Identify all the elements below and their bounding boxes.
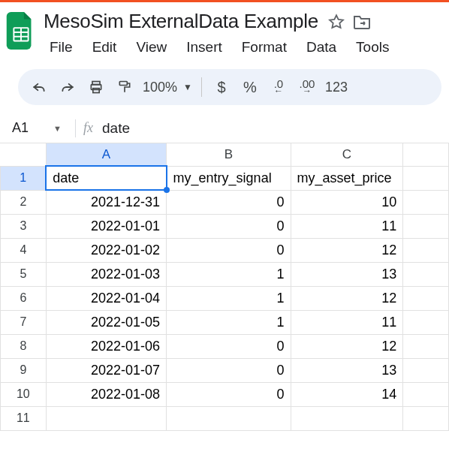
app-logo[interactable]: [0, 7, 42, 52]
header: MesoSim ExternalData Example File Edit V…: [0, 2, 449, 59]
menu-tools[interactable]: Tools: [348, 36, 396, 59]
cell[interactable]: 12: [291, 286, 403, 310]
cell[interactable]: [403, 406, 449, 430]
cell[interactable]: 0: [167, 334, 291, 358]
menu-file[interactable]: File: [42, 36, 80, 59]
cell[interactable]: [403, 262, 449, 286]
percent-button[interactable]: %: [237, 74, 264, 101]
cell[interactable]: [403, 310, 449, 334]
sheets-icon: [6, 12, 36, 50]
menu-format[interactable]: Format: [234, 36, 294, 59]
cell[interactable]: [167, 406, 291, 430]
menu-view[interactable]: View: [128, 36, 174, 59]
chevron-down-icon: ▼: [180, 82, 192, 92]
cell[interactable]: 1: [167, 310, 291, 334]
row-header[interactable]: 8: [1, 334, 47, 358]
cell[interactable]: 11: [291, 310, 403, 334]
cell[interactable]: [403, 286, 449, 310]
redo-button[interactable]: [54, 74, 81, 101]
decrease-decimal-button[interactable]: .0 ←: [265, 74, 292, 101]
cell[interactable]: [403, 214, 449, 238]
currency-button[interactable]: $: [208, 74, 235, 101]
cell-a1[interactable]: date: [46, 166, 166, 190]
svg-rect-7: [119, 82, 127, 86]
row-header[interactable]: 6: [1, 286, 47, 310]
col-header-b[interactable]: B: [167, 143, 291, 166]
move-folder-icon[interactable]: [353, 13, 371, 31]
menu-insert[interactable]: Insert: [179, 36, 230, 59]
row-header[interactable]: 5: [1, 262, 47, 286]
row-header[interactable]: 11: [1, 406, 47, 430]
cell[interactable]: [403, 334, 449, 358]
menu-edit[interactable]: Edit: [85, 36, 125, 59]
fill-handle[interactable]: [164, 187, 170, 193]
cell[interactable]: 14: [291, 382, 403, 406]
star-icon[interactable]: [327, 13, 345, 31]
separator: [75, 119, 76, 137]
cell[interactable]: [403, 382, 449, 406]
separator: [201, 77, 202, 97]
cell[interactable]: 10: [291, 190, 403, 214]
row-header[interactable]: 1: [1, 166, 47, 190]
cell[interactable]: 2021-12-31: [46, 190, 166, 214]
row-header[interactable]: 3: [1, 214, 47, 238]
col-header-a[interactable]: A: [46, 143, 166, 166]
menubar: File Edit View Insert Format Data Tools: [42, 35, 449, 59]
toolbar: 100% ▼ $ % .0 ← .00 → 123: [18, 69, 441, 105]
cell[interactable]: 2022-01-01: [46, 214, 166, 238]
cell-reference: A1: [12, 120, 29, 136]
cell[interactable]: 11: [291, 214, 403, 238]
cell[interactable]: 2022-01-06: [46, 334, 166, 358]
cell[interactable]: 1: [167, 286, 291, 310]
name-box[interactable]: A1 ▼: [0, 119, 68, 137]
cell-b1[interactable]: my_entry_signal: [167, 166, 291, 190]
toolbar-wrap: 100% ▼ $ % .0 ← .00 → 123: [0, 59, 449, 113]
cell[interactable]: 1: [167, 262, 291, 286]
cell[interactable]: 2022-01-05: [46, 310, 166, 334]
name-formula-bar: A1 ▼ fx date: [0, 113, 449, 143]
cell[interactable]: 12: [291, 334, 403, 358]
row-header[interactable]: 9: [1, 358, 47, 382]
cell[interactable]: 2022-01-08: [46, 382, 166, 406]
undo-button[interactable]: [26, 74, 53, 101]
cell[interactable]: 2022-01-03: [46, 262, 166, 286]
cell[interactable]: [403, 238, 449, 262]
cell[interactable]: 12: [291, 238, 403, 262]
cell[interactable]: 0: [167, 190, 291, 214]
row-header[interactable]: 10: [1, 382, 47, 406]
cell[interactable]: 13: [291, 262, 403, 286]
cell[interactable]: 0: [167, 382, 291, 406]
cell[interactable]: 0: [167, 238, 291, 262]
cell[interactable]: [46, 406, 166, 430]
row-header[interactable]: 2: [1, 190, 47, 214]
cell[interactable]: 2022-01-07: [46, 358, 166, 382]
cell[interactable]: 13: [291, 358, 403, 382]
cell[interactable]: 2022-01-02: [46, 238, 166, 262]
row-header[interactable]: 7: [1, 310, 47, 334]
chevron-down-icon: ▼: [53, 124, 62, 133]
menu-data[interactable]: Data: [299, 36, 344, 59]
zoom-value: 100%: [143, 80, 177, 95]
col-header-c[interactable]: C: [291, 143, 403, 166]
increase-decimal-button[interactable]: .00 →: [294, 74, 321, 101]
cell[interactable]: [403, 358, 449, 382]
cell[interactable]: [403, 190, 449, 214]
paint-format-button[interactable]: [111, 74, 138, 101]
col-header-d[interactable]: [403, 143, 449, 166]
select-all-corner[interactable]: [1, 143, 47, 166]
row-header[interactable]: 4: [1, 238, 47, 262]
print-button[interactable]: [83, 74, 110, 101]
cell[interactable]: 0: [167, 358, 291, 382]
formula-input[interactable]: date: [102, 120, 130, 137]
cell[interactable]: [291, 406, 403, 430]
doc-title[interactable]: MesoSim ExternalData Example: [42, 8, 320, 35]
cell-c1[interactable]: my_asset_price: [291, 166, 403, 190]
cell[interactable]: 2022-01-04: [46, 286, 166, 310]
zoom-dropdown[interactable]: 100% ▼: [140, 80, 195, 95]
fx-icon: fx: [83, 120, 93, 136]
cell[interactable]: [403, 166, 449, 190]
cell[interactable]: 0: [167, 214, 291, 238]
more-formats-button[interactable]: 123: [322, 74, 351, 101]
sheet-grid[interactable]: A B C 1 date my_entry_signal my_asset_pr…: [0, 143, 449, 431]
